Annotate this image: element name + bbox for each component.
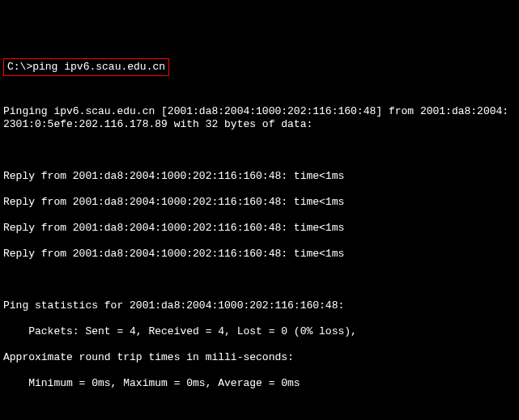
ping-reply: Reply from 2001:da8:2004:1000:202:116:16…	[3, 222, 516, 235]
ping-stats-header: Ping statistics for 2001:da8:2004:1000:2…	[3, 299, 516, 312]
command-line-1[interactable]: C:\>ping ipv6.scau.edu.cn	[3, 58, 169, 76]
ping-reply: Reply from 2001:da8:2004:1000:202:116:16…	[3, 170, 516, 183]
ping-reply: Reply from 2001:da8:2004:1000:202:116:16…	[3, 248, 516, 261]
ping-times: Minimum = 0ms, Maximum = 0ms, Average = …	[3, 377, 516, 390]
ping-approx: Approximate round trip times in milli-se…	[3, 351, 516, 364]
ping-reply: Reply from 2001:da8:2004:1000:202:116:16…	[3, 196, 516, 209]
command-text: ping ipv6.scau.edu.cn	[32, 61, 165, 73]
ping-header-1: Pinging ipv6.scau.edu.cn [2001:da8:2004:…	[3, 105, 516, 131]
prompt: C:\>	[7, 61, 32, 73]
ping-packets: Packets: Sent = 4, Received = 4, Lost = …	[3, 325, 516, 338]
